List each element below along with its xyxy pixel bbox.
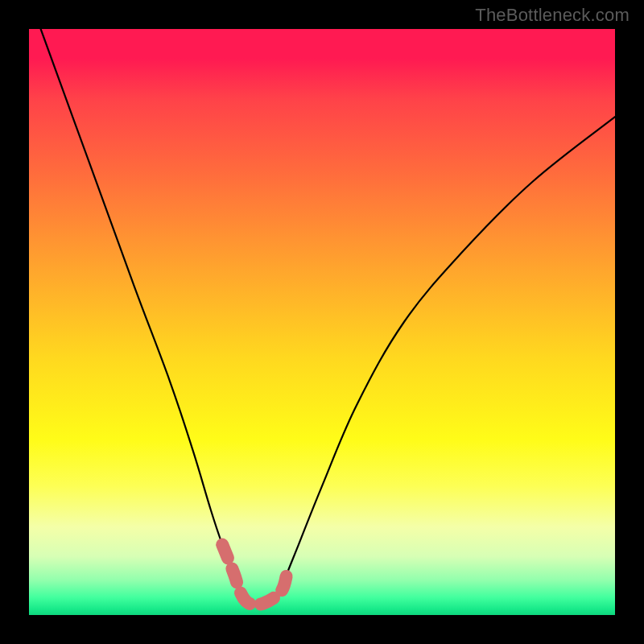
chart-svg [29,29,615,615]
chart-plot-area [29,29,615,615]
bottleneck-curve-path [41,29,615,605]
highlight-segment-path [222,545,287,605]
watermark-text: TheBottleneck.com [475,5,630,26]
